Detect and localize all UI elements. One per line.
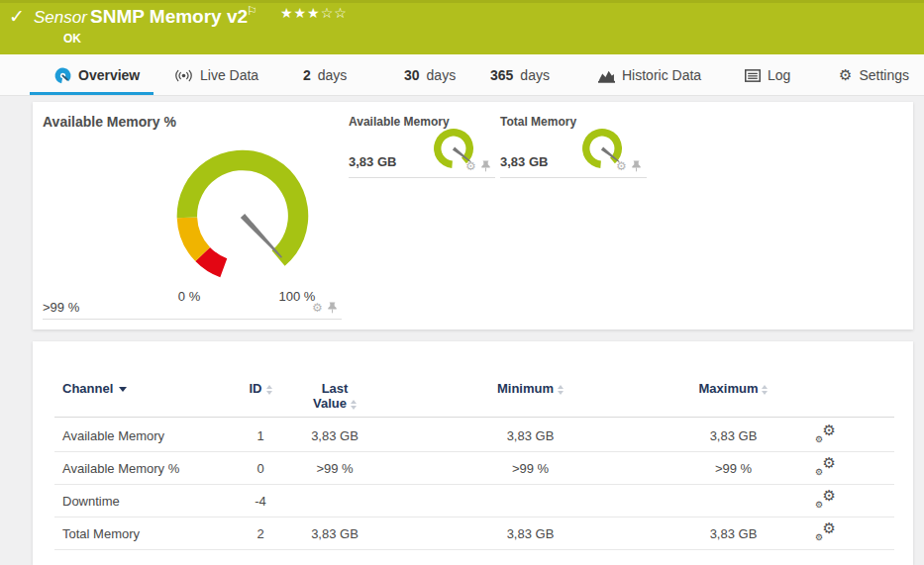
small-gauge-2-actions: ⚙ (616, 160, 641, 172)
channel-rows: Available Memory 1 3,83 GB 3,83 GB 3,83 … (33, 418, 913, 550)
pin-icon[interactable] (328, 302, 337, 314)
small-gauge-2-title: Total Memory (500, 115, 576, 129)
column-header-channel-label: Channel (62, 381, 113, 396)
tab-365-days[interactable]: 365 days (490, 54, 550, 96)
channel-settings-gears-icon[interactable]: ⚙⚙ (815, 424, 836, 444)
live-data-icon (174, 68, 193, 83)
channel-maximum: 3,83 GB (662, 428, 805, 443)
tab-live-data-label: Live Data (200, 67, 258, 83)
priority-stars[interactable]: ★★★☆☆ (280, 5, 348, 21)
tab-2-days-unit: days (318, 67, 348, 83)
gear-icon[interactable]: ⚙ (616, 160, 627, 172)
tab-settings-label: Settings (859, 67, 909, 83)
channel-id: -4 (216, 494, 305, 509)
main-gauge-title: Available Memory % (43, 114, 176, 130)
tab-30-days-number: 30 (404, 67, 420, 83)
small-gauge-2-value: 3,83 GB (500, 154, 548, 169)
gauge-divider (43, 319, 342, 320)
channel-settings-gears-icon[interactable]: ⚙⚙ (815, 522, 836, 542)
main-gauge-value: >99 % (43, 300, 79, 315)
sensor-title: SNMP Memory v2 (90, 6, 248, 28)
column-header-id-label: ID (250, 381, 262, 396)
channel-name: Total Memory (62, 526, 140, 541)
channel-settings-gears-icon[interactable]: ⚙⚙ (815, 490, 836, 510)
gauge-icon (54, 67, 71, 84)
tab-settings[interactable]: ⚙ Settings (839, 54, 909, 96)
object-kind-label: Sensor (34, 8, 87, 28)
channel-last-value: >99 % (275, 461, 394, 476)
table-row: Total Memory 2 3,83 GB 3,83 GB 3,83 GB ⚙… (33, 518, 913, 550)
column-header-last-value[interactable]: Last Value (275, 381, 394, 411)
tab-overview[interactable]: Overview (54, 54, 140, 96)
sort-arrows-icon (762, 385, 768, 395)
column-header-minimum-label: Minimum (497, 381, 554, 396)
tab-365-days-number: 365 (490, 67, 513, 83)
main-gauge-actions: ⚙ (312, 302, 337, 314)
channel-name: Available Memory % (62, 461, 179, 476)
sort-arrows-icon (558, 385, 564, 395)
tab-historic-data-label: Historic Data (622, 67, 701, 83)
row-divider (54, 549, 894, 550)
column-header-minimum[interactable]: Minimum (459, 381, 602, 396)
gauge-divider (349, 177, 495, 178)
active-tab-underline (30, 92, 154, 95)
prtg-sensor-page: ✓ Sensor SNMP Memory v2 ⚐ ★★★☆☆ OK Overv… (0, 0, 924, 565)
column-header-channel[interactable]: Channel (62, 381, 127, 396)
main-gauge-scale-min: 0 % (164, 289, 214, 304)
tab-30-days[interactable]: 30 days (404, 54, 456, 96)
status-badge: OK (63, 32, 81, 46)
channel-last-value: 3,83 GB (275, 526, 394, 541)
column-header-maximum-label: Maximum (699, 381, 759, 396)
tab-2-days-number: 2 (303, 67, 311, 83)
column-header-last-label: Last (275, 381, 394, 396)
table-row: Available Memory 1 3,83 GB 3,83 GB 3,83 … (33, 420, 913, 452)
small-gauge-1-value: 3,83 GB (349, 154, 396, 169)
sort-arrows-icon (266, 385, 272, 395)
channel-table-panel: Channel ID Last Value Minimum Maximum Av… (33, 341, 913, 565)
channel-name: Downtime (62, 494, 120, 509)
settings-gear-icon: ⚙ (839, 68, 852, 83)
column-header-maximum[interactable]: Maximum (662, 381, 805, 396)
sort-arrows-icon (351, 400, 357, 410)
channel-last-value: 3,83 GB (275, 428, 394, 443)
channel-maximum: 3,83 GB (662, 526, 805, 541)
main-gauge (158, 132, 327, 300)
tab-bar: Overview Live Data 2 days 30 days 365 da… (0, 54, 924, 96)
tab-log[interactable]: Log (745, 54, 790, 96)
log-list-icon (745, 69, 761, 82)
stars-empty: ☆☆ (321, 5, 348, 21)
channel-name: Available Memory (62, 428, 164, 443)
small-gauge-1-actions: ⚙ (465, 160, 490, 172)
table-row: Downtime -4 ⚙⚙ (33, 485, 913, 518)
channel-minimum: 3,83 GB (459, 428, 602, 443)
tab-live-data[interactable]: Live Data (174, 54, 258, 96)
status-ok-check-icon: ✓ (9, 5, 25, 27)
channel-settings-gears-icon[interactable]: ⚙⚙ (815, 457, 836, 477)
flag-icon[interactable]: ⚐ (247, 4, 257, 18)
pin-icon[interactable] (632, 160, 641, 172)
tab-log-label: Log (768, 67, 790, 83)
gear-icon[interactable]: ⚙ (312, 302, 323, 314)
overview-gauges-panel: Available Memory % 0 % 100 % >99 % ⚙ Ava… (33, 102, 913, 330)
channel-minimum: >99 % (459, 461, 602, 476)
gear-icon[interactable]: ⚙ (465, 160, 476, 172)
historic-chart-icon (598, 68, 615, 83)
tab-2-days[interactable]: 2 days (303, 54, 347, 96)
tab-365-days-unit: days (520, 67, 550, 83)
sort-caret-down-icon (119, 387, 127, 392)
table-row: Available Memory % 0 >99 % >99 % >99 % ⚙… (33, 452, 913, 485)
main-gauge-needle (241, 214, 284, 259)
stars-filled: ★★★ (280, 5, 321, 21)
tab-30-days-unit: days (427, 67, 457, 83)
pin-icon[interactable] (481, 160, 490, 172)
column-header-value-label: Value (313, 396, 347, 411)
channel-maximum: >99 % (662, 461, 805, 476)
gauge-divider (500, 177, 647, 178)
tab-overview-label: Overview (78, 67, 140, 83)
tab-historic-data[interactable]: Historic Data (598, 54, 701, 96)
channel-minimum: 3,83 GB (459, 526, 602, 541)
sensor-header-bar: ✓ Sensor SNMP Memory v2 ⚐ ★★★☆☆ OK (0, 0, 924, 54)
